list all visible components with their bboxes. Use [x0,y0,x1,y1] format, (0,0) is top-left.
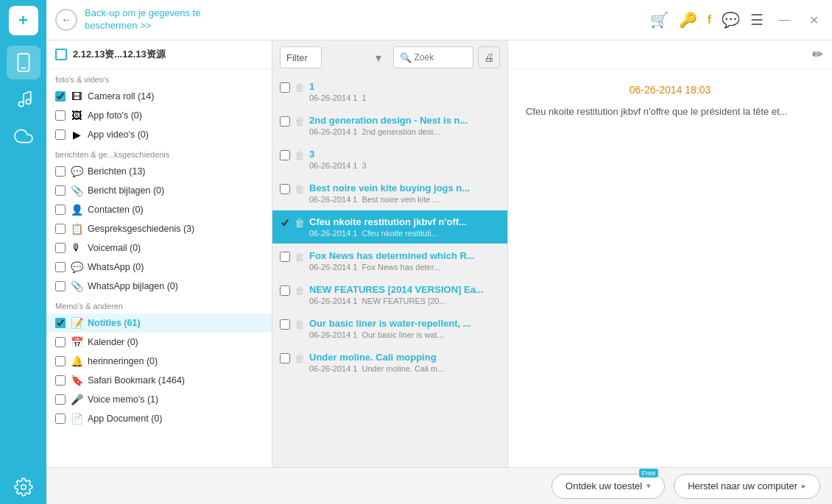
section-memos-label: Memo's & anderen [46,296,272,313]
app-logo: + [9,6,38,35]
app-videos-label: App video's (0) [88,129,263,140]
voicemail-icon: 🎙 [70,241,83,255]
music-tab[interactable] [7,82,40,116]
left-toolbar: + [0,0,46,504]
whatsapp-bijlagen-label: WhatsApp bijlagen (0) [88,281,263,291]
chat-icon[interactable]: 💬 [722,11,740,29]
print-button[interactable]: 🖨 [478,46,500,68]
whatsapp-bijlagen-checkbox[interactable] [55,281,66,291]
ontdek-button[interactable]: Free Ontdek uw toestel ▾ [551,474,665,499]
voice-memos-checkbox[interactable] [55,394,66,405]
list-item-delete-icon[interactable]: 🗑 [295,251,305,263]
app-fotos-checkbox[interactable] [55,110,66,121]
list-item-sub: 06-26-2014 1 2nd generation desi... [309,127,500,136]
search-input[interactable] [415,52,468,63]
list-item-delete-icon[interactable]: 🗑 [295,319,305,330]
sidebar-item-voicemail[interactable]: 🎙 Voicemail (0) [46,238,272,258]
sidebar-item-app-fotos[interactable]: 🖼 App foto's (0) [46,106,272,125]
whatsapp-checkbox[interactable] [55,262,66,272]
list-item-checkbox[interactable] [280,218,290,228]
list-item-delete-icon[interactable]: 🗑 [295,116,305,127]
gespreks-icon: 📋 [70,222,83,235]
sidebar-item-berichten[interactable]: 💬 Berichten (13) [46,162,272,181]
backup-link[interactable]: Back-up om je gegevens te beschermen >> [85,7,643,32]
app-videos-checkbox[interactable] [55,129,66,140]
menu-icon[interactable]: ☰ [750,11,764,29]
close-button[interactable]: ✕ [805,12,823,29]
list-item[interactable]: 🗑 2nd generation design - Nest is n... 0… [272,109,507,143]
list-item-delete-icon[interactable]: 🗑 [295,285,305,297]
kalender-checkbox[interactable] [55,337,66,347]
svg-point-3 [26,99,31,104]
list-item[interactable]: 🗑 3 06-26-2014 1 3 [272,143,507,177]
sidebar-item-gespreksgeschiedenis[interactable]: 📋 Gespreksgeschiedenis (3) [46,219,272,238]
bericht-bijlagen-icon: 📎 [70,184,83,197]
sidebar-item-safari[interactable]: 🔖 Safari Bookmark (1464) [46,371,272,390]
sidebar-item-app-document[interactable]: 📄 App Document (0) [46,409,272,428]
list-item-delete-icon[interactable]: 🗑 [295,217,305,229]
facebook-icon[interactable]: f [708,13,711,26]
list-item-checkbox[interactable] [280,82,290,93]
kalender-icon: 📅 [70,336,83,349]
sidebar-item-app-videos[interactable]: ▶ App video's (0) [46,125,272,144]
filter-select[interactable]: Filter Alles Datum [280,46,322,68]
sidebar-item-camera-roll[interactable]: 🎞 Camera roll (14) [46,87,272,106]
list-item[interactable]: 🗑 Our basic liner is water-repellent, ..… [272,312,507,346]
list-item-sub: 06-26-2014 1 Under moline. Cali m... [309,364,500,373]
list-item[interactable]: 🗑 Fox News has determined which R... 06-… [272,244,507,278]
list-item-checkbox[interactable] [280,184,290,194]
list-item-sub: 06-26-2014 1 1 [309,93,500,102]
key-icon[interactable]: 🔑 [679,11,697,29]
herstel-label: Herstel naar uw computer [688,480,797,491]
app-document-checkbox[interactable] [55,414,66,424]
list-item-delete-icon[interactable]: 🗑 [295,149,305,161]
sidebar-item-contacten[interactable]: 👤 Contacten (0) [46,200,272,219]
sidebar-item-bericht-bijlagen[interactable]: 📎 Bericht bijlagen (0) [46,181,272,200]
device-header: 2.12.13资...12.13资源 [46,40,272,69]
sidebar-item-notities[interactable]: 📝 Notities (61) [46,313,272,333]
list-item-sub: 06-26-2014 1 Cfeu nkoite restituti... [309,229,500,238]
sidebar-item-whatsapp[interactable]: 💬 WhatsApp (0) [46,258,272,277]
settings-tab[interactable] [7,470,40,504]
camera-roll-checkbox[interactable] [55,91,66,102]
cart-icon[interactable]: 🛒 [650,11,669,29]
contacten-checkbox[interactable] [55,205,66,215]
notities-checkbox[interactable] [55,318,66,328]
logo-cross: + [18,13,28,29]
list-item-checkbox[interactable] [280,116,290,127]
berichten-checkbox[interactable] [55,166,66,177]
herinneringen-checkbox[interactable] [55,356,66,366]
gespreks-checkbox[interactable] [55,224,66,234]
bericht-bijlagen-checkbox[interactable] [55,185,66,196]
list-item-delete-icon[interactable]: 🗑 [295,183,305,195]
sidebar-item-herinneringen[interactable]: 🔔 herinneringen (0) [46,352,272,371]
herinneringen-label: herinneringen (0) [88,356,263,366]
list-item-delete-icon[interactable]: 🗑 [295,352,305,364]
free-badge: Free [639,469,659,478]
list-item[interactable]: 🗑 NEW FEATURES [2014 VERSION] Ea... 06-2… [272,278,507,312]
list-item-checkbox[interactable] [280,319,290,330]
voicemail-checkbox[interactable] [55,243,66,253]
list-item-checkbox[interactable] [280,252,290,262]
list-item-checkbox[interactable] [280,353,290,363]
list-item-sub: 06-26-2014 1 NEW FEATURES [20... [309,297,500,305]
list-item-checkbox[interactable] [280,285,290,296]
sidebar-item-voice-memos[interactable]: 🎤 Voice memo's (1) [46,390,272,409]
list-item[interactable]: 🗑 1 06-26-2014 1 1 [272,75,507,109]
sidebar-item-whatsapp-bijlagen[interactable]: 📎 WhatsApp bijlagen (0) [46,277,272,296]
cloud-tab[interactable] [7,119,40,153]
list-item[interactable]: 🗑 Cfeu nkoite restitution jkbvf n'off...… [272,210,507,244]
minimize-button[interactable]: — [774,12,794,28]
device-tab[interactable] [7,46,40,79]
sidebar-item-kalender[interactable]: 📅 Kalender (0) [46,333,272,352]
list-item-content: 2nd generation design - Nest is n... 06-… [309,115,500,136]
herstel-button[interactable]: Herstel naar uw computer ▸ [674,474,820,499]
back-button[interactable]: ← [55,9,77,31]
safari-checkbox[interactable] [55,375,66,386]
ontdek-label: Ontdek uw toestel [565,480,642,491]
list-item-checkbox[interactable] [280,150,290,160]
list-item[interactable]: 🗑 Best noire vein kite buying jogs n... … [272,177,507,210]
edit-icon[interactable]: ✏ [812,46,823,63]
list-item-delete-icon[interactable]: 🗑 [295,82,305,93]
list-item[interactable]: 🗑 Under moline. Cali mopping 06-26-2014 … [272,346,507,380]
